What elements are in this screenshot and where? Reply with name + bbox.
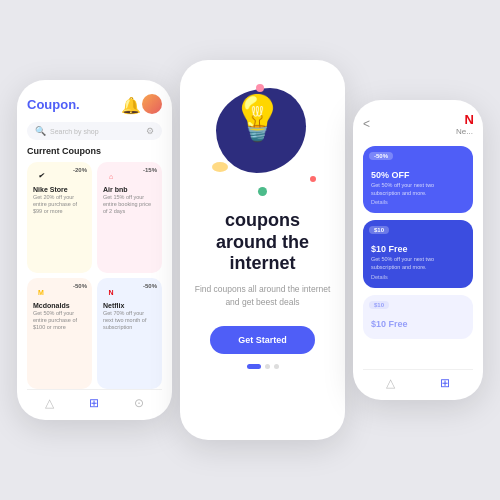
coupon-badge-airbnb: -15% bbox=[143, 167, 157, 173]
bulb-icon: 💡 bbox=[230, 92, 285, 144]
coupon-name-mcdonalds: Mcdonalds bbox=[33, 302, 86, 309]
coupon-desc-netflix: Get 70% off your next two month of subsc… bbox=[103, 310, 156, 331]
search-icon: 🔍 bbox=[35, 126, 46, 136]
mcdonalds-icon: M bbox=[33, 284, 49, 300]
coupon-desc-mcdonalds: Get 50% off your entire purchase of $100… bbox=[33, 310, 86, 331]
coupons-grid: -20% ✔ Nike Store Get 20% off your entir… bbox=[27, 162, 162, 389]
netflix-card-10free[interactable]: $10 $10 Free Get 50% off your next two s… bbox=[363, 220, 473, 287]
nav3-home-icon[interactable]: △ bbox=[386, 376, 395, 390]
section-title: Current Coupons bbox=[27, 146, 162, 156]
phone1-bottom-nav: △ ⊞ ⊙ bbox=[27, 389, 162, 412]
header-icons: 🔔 bbox=[121, 94, 162, 114]
avatar[interactable] bbox=[142, 94, 162, 114]
coupon-desc-airbnb: Get 15% off your entire booking price of… bbox=[103, 194, 156, 215]
card-desc-50: Get 50% off your next two subscription a… bbox=[371, 182, 465, 197]
dot-pink bbox=[256, 84, 264, 92]
card-badge-10-faded: $10 bbox=[369, 301, 389, 309]
onboarding-desc: Find coupons all around the internet and… bbox=[194, 283, 331, 309]
onboarding-title: coupons around the internet bbox=[194, 210, 331, 275]
pagination-dots bbox=[247, 364, 279, 369]
coupon-name-airbnb: Air bnb bbox=[103, 186, 156, 193]
nav3-grid-icon[interactable]: ⊞ bbox=[440, 376, 450, 390]
card-desc-10: Get 50% off your next two subscription a… bbox=[371, 256, 465, 271]
netflix-card-50off[interactable]: -50% 50% OFF Get 50% off your next two s… bbox=[363, 146, 473, 213]
dot-yellow bbox=[212, 162, 228, 172]
phone-netflix-detail: < N Ne... -50% 50% OFF Get 50% off your … bbox=[353, 100, 483, 400]
phone-coupons-list: Coupon. 🔔 🔍 Search by shop ⚙ Current Cou… bbox=[17, 80, 172, 420]
search-bar[interactable]: 🔍 Search by shop ⚙ bbox=[27, 122, 162, 140]
card-title-10-faded: $10 Free bbox=[371, 319, 465, 329]
netflix-logo: N bbox=[456, 112, 473, 127]
dot-3[interactable] bbox=[274, 364, 279, 369]
card-title-10: $10 Free bbox=[371, 244, 465, 254]
dot-green bbox=[258, 187, 267, 196]
coupon-name-nike: Nike Store bbox=[33, 186, 86, 193]
card-badge-10: $10 bbox=[369, 226, 389, 234]
nav-home-icon[interactable]: △ bbox=[45, 396, 54, 410]
phone3-header: < N Ne... bbox=[363, 112, 473, 136]
search-input[interactable]: Search by shop bbox=[50, 128, 146, 135]
coupon-card-airbnb[interactable]: -15% ⌂ Air bnb Get 15% off your entire b… bbox=[97, 162, 162, 273]
nike-icon: ✔ bbox=[33, 168, 49, 184]
dot-red bbox=[310, 176, 316, 182]
illustration: 💡 bbox=[208, 80, 318, 200]
card-link-50[interactable]: Details bbox=[371, 199, 465, 205]
get-started-button[interactable]: Get Started bbox=[210, 326, 315, 354]
card-title-50: 50% OFF bbox=[371, 170, 465, 180]
dot-2[interactable] bbox=[265, 364, 270, 369]
coupon-card-mcdonalds[interactable]: -50% M Mcdonalds Get 50% off your entire… bbox=[27, 278, 92, 389]
dot-1[interactable] bbox=[247, 364, 261, 369]
app-logo: Coupon. bbox=[27, 97, 80, 112]
phone1-header: Coupon. 🔔 bbox=[27, 94, 162, 114]
phone-onboarding: 💡 coupons around the internet Find coupo… bbox=[180, 60, 345, 440]
airbnb-icon: ⌂ bbox=[103, 168, 119, 184]
back-button[interactable]: < bbox=[363, 117, 370, 131]
coupon-card-nike[interactable]: -20% ✔ Nike Store Get 20% off your entir… bbox=[27, 162, 92, 273]
card-link-10[interactable]: Details bbox=[371, 274, 465, 280]
coupon-name-netflix: Netflix bbox=[103, 302, 156, 309]
netflix-brand: N Ne... bbox=[456, 112, 473, 136]
netflix-cards: -50% 50% OFF Get 50% off your next two s… bbox=[363, 146, 473, 369]
phone3-bottom-nav: △ ⊞ bbox=[363, 369, 473, 392]
netflix-card-10free-faded: $10 $10 Free bbox=[363, 295, 473, 339]
nav-grid-icon[interactable]: ⊞ bbox=[89, 396, 99, 410]
coupon-card-netflix[interactable]: -50% N Netflix Get 70% off your next two… bbox=[97, 278, 162, 389]
card-badge-50: -50% bbox=[369, 152, 393, 160]
coupon-badge-nike: -20% bbox=[73, 167, 87, 173]
netflix-name: Ne... bbox=[456, 127, 473, 136]
coupon-badge-mcdonalds: -50% bbox=[73, 283, 87, 289]
filter-icon[interactable]: ⚙ bbox=[146, 126, 154, 136]
netflix-icon: N bbox=[103, 284, 119, 300]
coupon-desc-nike: Get 20% off your entire purchase of $99 … bbox=[33, 194, 86, 215]
nav-clock-icon[interactable]: ⊙ bbox=[134, 396, 144, 410]
bell-icon[interactable]: 🔔 bbox=[121, 96, 137, 112]
coupon-badge-netflix: -50% bbox=[143, 283, 157, 289]
